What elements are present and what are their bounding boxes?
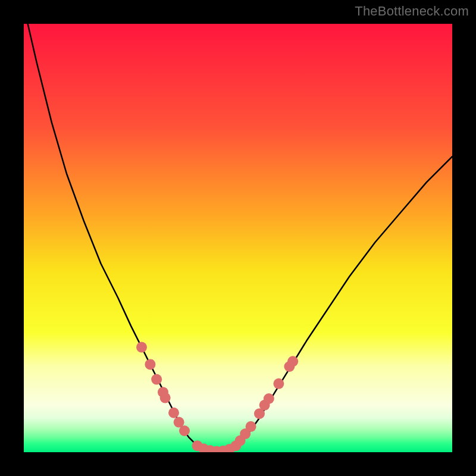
data-marker [246,421,256,432]
data-marker [264,393,274,404]
data-marker [273,378,284,389]
data-marker [136,342,147,353]
data-marker [160,393,171,403]
plot-area [24,24,452,452]
data-marker [179,425,190,436]
data-marker [168,408,179,418]
watermark-text: TheBottleneck.com [355,4,469,19]
curve-layer [24,24,452,452]
chart-frame: TheBottleneck.com [0,0,476,476]
data-marker [287,356,298,367]
data-marker [151,374,162,385]
bottleneck-curve-path [24,24,452,452]
marker-group [136,342,298,452]
data-marker [145,359,155,369]
